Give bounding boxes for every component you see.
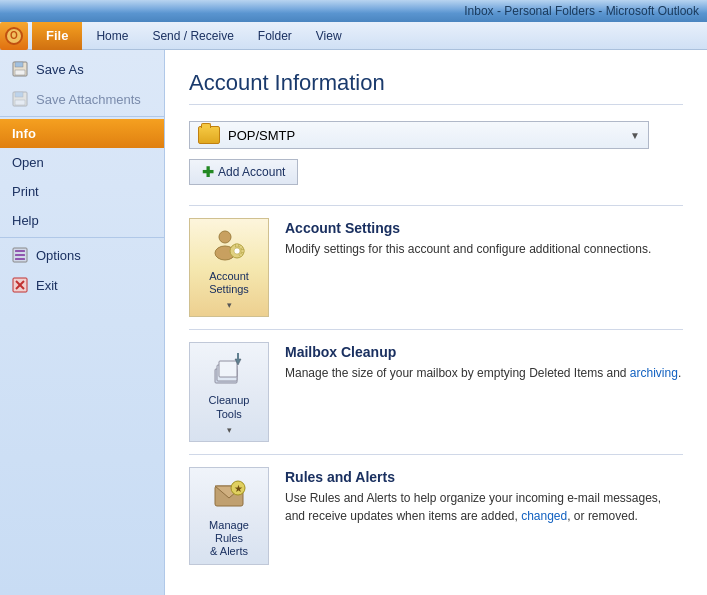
svg-rect-2 [15,70,25,75]
sidebar-item-save-as[interactable]: Save As [0,54,164,84]
account-dropdown[interactable]: POP/SMTP ▼ [189,121,649,149]
file-tab[interactable]: File [32,22,82,50]
menu-bar: O File Home Send / Receive Folder View [0,22,707,50]
svg-point-16 [234,248,240,254]
office-logo: O [5,27,23,45]
account-settings-icon [211,227,247,266]
sidebar-item-options[interactable]: Options [0,240,164,270]
rules-alerts-icon: ★ [211,476,247,515]
account-settings-section: AccountSettings ▾ Account Settings Modif… [189,205,683,329]
office-button[interactable]: O [0,22,28,50]
sidebar-label-save-attachments: Save Attachments [36,92,141,107]
cleanup-tools-button[interactable]: CleanupTools ▾ [189,342,269,441]
rules-alerts-desc: Use Rules and Alerts to help organize yo… [285,489,683,525]
sidebar-divider-2 [0,237,164,238]
svg-rect-17 [236,244,239,247]
sidebar-label-exit: Exit [36,278,58,293]
rules-alerts-text: Rules and Alerts Use Rules and Alerts to… [285,467,683,525]
cleanup-tools-btn-label: CleanupTools [209,394,250,420]
svg-rect-1 [15,62,23,67]
rules-alerts-title: Rules and Alerts [285,469,683,485]
sidebar-item-save-attachments[interactable]: Save Attachments [0,84,164,114]
sidebar-divider-1 [0,116,164,117]
cleanup-tools-section: CleanupTools ▾ Mailbox Cleanup Manage th… [189,329,683,453]
svg-point-13 [219,231,231,243]
sidebar-item-exit[interactable]: Exit [0,270,164,300]
sidebar-label-save-as: Save As [36,62,84,77]
mailbox-cleanup-title: Mailbox Cleanup [285,344,683,360]
menu-folder[interactable]: Folder [246,22,304,50]
main-layout: Save As Save Attachments Info Open Print… [0,50,707,595]
account-dropdown-label: POP/SMTP [228,128,295,143]
sidebar-label-open: Open [12,155,44,170]
svg-rect-23 [219,361,237,377]
account-settings-chevron: ▾ [227,300,232,310]
account-folder-icon [198,126,220,144]
account-settings-title: Account Settings [285,220,683,236]
sidebar-label-info: Info [12,126,36,141]
sidebar: Save As Save Attachments Info Open Print… [0,50,165,595]
mailbox-cleanup-desc: Manage the size of your mailbox by empty… [285,364,683,382]
title-text: Inbox - Personal Folders - Microsoft Out… [464,4,699,18]
content-area: Account Information POP/SMTP ▼ ✚ Add Acc… [165,50,707,595]
rules-alerts-section: ★ Manage Rules& Alerts Rules and Alerts … [189,454,683,578]
account-settings-text: Account Settings Modify settings for thi… [285,218,683,258]
menu-view[interactable]: View [304,22,354,50]
plus-icon: ✚ [202,164,214,180]
options-icon [12,247,28,263]
account-settings-btn-label: AccountSettings [209,270,249,296]
add-account-label: Add Account [218,165,285,179]
cleanup-tools-text: Mailbox Cleanup Manage the size of your … [285,342,683,382]
sidebar-item-open[interactable]: Open [0,148,164,177]
menu-send-receive[interactable]: Send / Receive [140,22,245,50]
rules-alerts-button[interactable]: ★ Manage Rules& Alerts [189,467,269,566]
svg-rect-5 [15,100,25,105]
sidebar-label-help: Help [12,213,39,228]
sidebar-label-print: Print [12,184,39,199]
cleanup-tools-chevron: ▾ [227,425,232,435]
sidebar-label-options: Options [36,248,81,263]
save-as-icon [12,61,28,77]
dropdown-arrow-icon: ▼ [630,130,640,141]
exit-icon [12,277,28,293]
svg-rect-4 [15,92,23,97]
archiving-link[interactable]: archiving [630,366,678,380]
account-settings-button[interactable]: AccountSettings ▾ [189,218,269,317]
svg-rect-9 [15,258,25,260]
cleanup-tools-icon [211,351,247,390]
changed-link[interactable]: changed [521,509,567,523]
title-bar: Inbox - Personal Folders - Microsoft Out… [0,0,707,22]
sidebar-item-help[interactable]: Help [0,206,164,235]
menu-home[interactable]: Home [84,22,140,50]
svg-text:★: ★ [234,483,243,494]
account-settings-desc: Modify settings for this account and con… [285,240,683,258]
svg-rect-8 [15,254,25,256]
sidebar-item-print[interactable]: Print [0,177,164,206]
svg-rect-7 [15,250,25,252]
svg-rect-25 [237,353,239,361]
rules-alerts-btn-label: Manage Rules& Alerts [194,519,264,559]
save-attachments-icon [12,91,28,107]
page-title: Account Information [189,70,683,105]
svg-rect-19 [241,250,244,253]
add-account-button[interactable]: ✚ Add Account [189,159,298,185]
sidebar-item-info[interactable]: Info [0,119,164,148]
